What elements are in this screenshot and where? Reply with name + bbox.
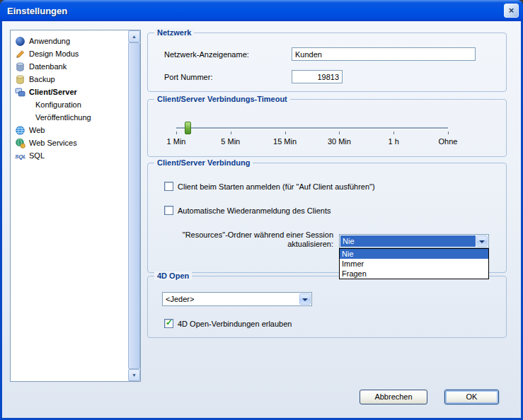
sidebar-item-web-services[interactable]: Web Services (15, 136, 123, 149)
sidebar-item-label: Datenbank (29, 62, 67, 71)
sidebar-item-label: Web (29, 126, 45, 134)
sidebar-scrollbar[interactable]: ▲ ▼ (128, 30, 140, 381)
relogin-checkbox-row: Automatische Wiederanmeldung des Clients (164, 206, 331, 215)
title-bar[interactable]: Einstellungen × (0, 0, 523, 21)
sidebar-item-client-server[interactable]: Client/Server (15, 86, 123, 98)
resources-label-line1: "Resources"-Ordner während einer Session (162, 231, 333, 240)
dialog-body: Anwendung Design Modus Datenbank (2, 21, 521, 418)
tick-label-ohne: Ohne (439, 137, 458, 146)
port-number-input[interactable] (292, 70, 343, 83)
open4d-user-combobox-value: <Jeder> (163, 293, 299, 305)
web-icon (15, 125, 25, 136)
close-button[interactable]: × (504, 4, 519, 18)
database-icon (15, 62, 25, 72)
resources-combobox-value: Nie (340, 235, 476, 247)
scroll-up-button[interactable]: ▲ (128, 30, 140, 42)
slider-tick (231, 132, 231, 134)
login-checkbox-row: Client beim Starten anmelden (für "Auf C… (164, 182, 375, 191)
sidebar-item-konfiguration[interactable]: Konfiguration (15, 98, 123, 111)
open4d-group-title: 4D Open (154, 272, 192, 280)
connection-group-title: Client/Server Verbindung (154, 158, 253, 167)
dropdown-option-nie[interactable]: Nie (340, 249, 488, 259)
settings-tree: Anwendung Design Modus Datenbank (15, 35, 123, 162)
chevron-down-icon (479, 240, 485, 243)
scrollbar-thumb[interactable] (128, 42, 140, 369)
sidebar-item-web[interactable]: Web (15, 124, 123, 136)
relogin-checkbox-label[interactable]: Automatische Wiederanmeldung des Clients (178, 206, 331, 215)
open4d-user-combobox[interactable]: <Jeder> (162, 292, 312, 306)
display-name-label: Netzwerk-Anzeigename: (164, 50, 249, 59)
display-name-input[interactable] (292, 47, 476, 61)
resources-label-line2: aktualisieren: (162, 240, 333, 249)
chevron-down-icon (302, 298, 308, 301)
resources-label: "Resources"-Ordner während einer Session… (162, 231, 333, 249)
tick-label-15min: 15 Min (273, 137, 297, 146)
slider-thumb[interactable] (185, 122, 191, 134)
cancel-button[interactable]: Abbrechen (360, 390, 427, 404)
web-services-icon (15, 138, 25, 148)
slider-tick (393, 132, 394, 134)
sidebar-item-veroeffentlichung[interactable]: Veröffentlichung (15, 111, 123, 124)
network-group-title: Netzwerk (154, 28, 194, 37)
sidebar-item-design-modus[interactable]: Design Modus (15, 47, 123, 60)
sidebar-item-sql[interactable]: SQL SQL (15, 149, 123, 162)
scroll-down-button[interactable]: ▼ (128, 369, 140, 381)
sidebar-item-label: Design Modus (29, 49, 79, 58)
network-group: Netzwerk Netzwerk-Anzeigename: Port Numm… (147, 33, 507, 92)
sidebar-item-label: Veröffentlichung (35, 113, 91, 122)
port-number-label: Port Nummer: (164, 73, 212, 81)
client-server-icon (15, 87, 25, 98)
design-mode-icon (15, 49, 25, 59)
open4d-allow-checkbox[interactable] (164, 319, 173, 328)
open4d-allow-checkbox-row: 4D Open-Verbindungen erlauben (164, 319, 292, 328)
slider-tick (176, 132, 177, 134)
open4d-group: 4D Open <Jeder> 4D Open-Verbindungen erl… (147, 276, 507, 338)
close-icon: × (509, 5, 515, 16)
tick-label-1min: 1 Min (167, 137, 186, 146)
window-title: Einstellungen (7, 6, 67, 16)
tick-label-5min: 5 Min (221, 137, 240, 146)
settings-nav-panel: Anwendung Design Modus Datenbank (10, 30, 141, 382)
backup-icon (15, 74, 25, 85)
slider-tick (448, 132, 449, 134)
sql-icon: SQL (15, 151, 25, 161)
resources-combobox[interactable]: Nie (339, 234, 489, 248)
slider-tick (285, 132, 286, 134)
sidebar-item-label: Web Services (29, 139, 77, 147)
login-checkbox[interactable] (164, 182, 173, 191)
sidebar-item-label: SQL (29, 151, 45, 160)
sidebar-item-backup[interactable]: Backup (15, 73, 123, 86)
timeout-slider[interactable]: 1 Min 5 Min 15 Min 30 Min 1 h Ohne (176, 121, 448, 155)
timeout-group: Client/Server Verbindungs-Timeout 1 Min … (147, 99, 507, 157)
sidebar-item-label: Backup (29, 75, 55, 83)
relogin-checkbox[interactable] (164, 206, 173, 215)
sidebar-item-label: Konfiguration (35, 100, 81, 109)
ok-button[interactable]: OK (444, 390, 499, 404)
scroll-down-icon: ▼ (132, 373, 137, 378)
slider-tick (339, 132, 340, 134)
scroll-up-icon: ▲ (132, 34, 137, 39)
svg-text:SQL: SQL (15, 153, 25, 160)
dropdown-option-immer[interactable]: Immer (340, 259, 488, 269)
timeout-group-title: Client/Server Verbindungs-Timeout (154, 95, 290, 103)
tick-label-30min: 30 Min (328, 137, 351, 146)
resources-dropdown-list: Nie Immer Fragen (339, 248, 489, 279)
connection-group: Client/Server Verbindung Client beim Sta… (147, 163, 507, 273)
login-checkbox-label[interactable]: Client beim Starten anmelden (für "Auf C… (178, 182, 375, 191)
open4d-combobox-button[interactable] (299, 293, 311, 305)
sidebar-item-datenbank[interactable]: Datenbank (15, 60, 123, 73)
sidebar-item-anwendung[interactable]: Anwendung (15, 35, 123, 47)
application-icon (15, 36, 25, 47)
dropdown-option-fragen[interactable]: Fragen (340, 269, 488, 279)
tick-label-1h: 1 h (389, 137, 399, 146)
sidebar-item-label: Anwendung (29, 37, 70, 45)
sidebar-item-label: Client/Server (29, 88, 77, 96)
settings-dialog: Einstellungen × Anwendung Design Modus (0, 0, 523, 420)
open4d-allow-checkbox-label[interactable]: 4D Open-Verbindungen erlauben (178, 320, 292, 328)
resources-combobox-button[interactable] (476, 235, 488, 247)
slider-track[interactable] (176, 127, 448, 129)
